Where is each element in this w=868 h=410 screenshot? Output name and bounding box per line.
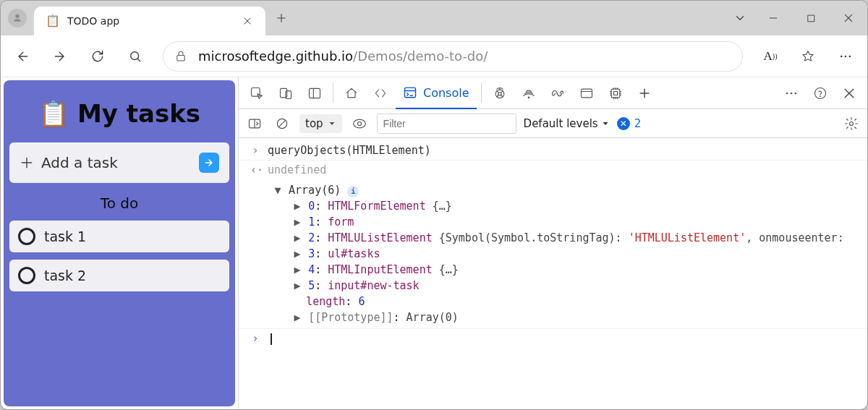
- svg-rect-16: [613, 91, 617, 95]
- task-checkbox[interactable]: [18, 267, 35, 284]
- add-task-placeholder: Add a task: [41, 154, 118, 171]
- tab-close-button[interactable]: [238, 12, 257, 30]
- nav-forward-button[interactable]: [46, 42, 75, 71]
- toggle-console-drawer-button[interactable]: [244, 116, 265, 131]
- devtools-close-button[interactable]: [835, 86, 863, 101]
- log-levels-selector[interactable]: Default levels: [524, 117, 610, 130]
- svg-point-20: [815, 87, 826, 98]
- profile-avatar[interactable]: [1, 1, 34, 35]
- console-filter-input[interactable]: [377, 114, 516, 134]
- clipboard-icon: 📋: [46, 15, 60, 27]
- app-viewport: 📋 My tasks Add a task To do task 1 task: [4, 80, 235, 406]
- tab-sources[interactable]: [486, 77, 514, 108]
- devtools-help-button[interactable]: [807, 86, 834, 101]
- browser-tab-active[interactable]: 📋 TODO app: [34, 7, 265, 35]
- chevron-down-icon: [601, 119, 610, 128]
- svg-rect-6: [252, 87, 260, 96]
- nav-reload-button[interactable]: [83, 42, 112, 71]
- nav-back-button[interactable]: [8, 42, 37, 71]
- device-toolbar-button[interactable]: [272, 77, 299, 108]
- task-label: task 2: [44, 268, 86, 283]
- svg-point-18: [791, 92, 793, 94]
- tab-overflow-button[interactable]: [726, 1, 754, 35]
- nav-search-button[interactable]: [121, 42, 150, 71]
- tab-application[interactable]: [573, 77, 600, 108]
- browser-menu-button[interactable]: [831, 42, 860, 71]
- svg-point-3: [841, 55, 843, 57]
- url-text: microsoftedge.github.io/Demos/demo-to-do…: [198, 48, 488, 64]
- window-maximize-button[interactable]: [792, 1, 830, 35]
- task-item[interactable]: task 2: [9, 260, 229, 291]
- issues-button[interactable]: ✕ 2: [617, 117, 642, 130]
- svg-rect-2: [177, 55, 185, 61]
- devtools-tabstrip: Console: [239, 77, 867, 109]
- svg-rect-9: [310, 88, 320, 98]
- issues-icon: ✕: [617, 117, 630, 130]
- plus-icon: [20, 155, 34, 170]
- console-object-tree[interactable]: ▼ Array(6) i ▶ 0: HTMLFormElement {…} ▶ …: [239, 179, 867, 328]
- clear-console-button[interactable]: [272, 116, 292, 131]
- cursor-caret: [271, 333, 272, 345]
- svg-point-4: [845, 55, 847, 57]
- console-output[interactable]: › queryObjects(HTMLElement) ‹· undefined…: [239, 138, 867, 409]
- tab-title: TODO app: [67, 15, 119, 27]
- svg-rect-0: [808, 15, 814, 22]
- dock-side-button[interactable]: [301, 77, 328, 108]
- console-prompt[interactable]: ›: [239, 328, 867, 348]
- svg-point-25: [850, 121, 854, 125]
- svg-point-17: [786, 92, 788, 94]
- svg-point-5: [849, 55, 851, 57]
- inspect-element-button[interactable]: [243, 77, 271, 108]
- new-tab-button[interactable]: [265, 1, 297, 35]
- browser-toolbar: microsoftedge.github.io/Demos/demo-to-do…: [1, 35, 867, 77]
- console-toolbar: top Default levels ✕ 2: [239, 109, 867, 138]
- live-expression-button[interactable]: [349, 116, 370, 131]
- clipboard-icon: 📋: [38, 99, 69, 128]
- tab-memory[interactable]: [602, 77, 629, 108]
- svg-point-24: [357, 121, 361, 125]
- tab-network[interactable]: [515, 77, 542, 108]
- console-icon: [403, 85, 417, 100]
- tab-welcome[interactable]: [338, 77, 365, 108]
- submit-task-button[interactable]: [199, 153, 219, 173]
- svg-point-13: [527, 96, 529, 98]
- add-task-control[interactable]: Add a task: [9, 142, 229, 183]
- task-list: task 1 task 2: [9, 221, 229, 291]
- window-minimize-button[interactable]: [754, 1, 792, 35]
- task-label: task 1: [44, 229, 86, 244]
- console-return-line: ‹· undefined: [239, 160, 867, 179]
- svg-point-19: [795, 92, 797, 94]
- info-icon[interactable]: i: [347, 186, 359, 197]
- chevron-down-icon: [328, 119, 336, 128]
- svg-point-21: [820, 95, 821, 97]
- svg-rect-14: [581, 89, 592, 98]
- todo-section-heading: To do: [9, 195, 229, 212]
- svg-rect-15: [611, 89, 620, 98]
- task-checkbox[interactable]: [18, 228, 35, 245]
- tab-console[interactable]: Console: [396, 77, 477, 109]
- address-bar[interactable]: microsoftedge.github.io/Demos/demo-to-do…: [163, 41, 743, 72]
- favorite-button[interactable]: [793, 42, 822, 71]
- more-tools-button[interactable]: [631, 77, 658, 108]
- devtools-menu-button[interactable]: [778, 86, 805, 101]
- devtools-pane: Console: [238, 77, 867, 409]
- console-input-line: › queryObjects(HTMLElement): [239, 141, 867, 160]
- tab-performance[interactable]: [544, 77, 571, 108]
- page-title: 📋 My tasks: [9, 99, 229, 128]
- console-settings-button[interactable]: [841, 116, 861, 131]
- site-info-button[interactable]: [174, 47, 188, 66]
- context-selector[interactable]: top: [299, 114, 342, 133]
- window-titlebar: 📋 TODO app: [1, 1, 867, 35]
- window-close-button[interactable]: [830, 1, 867, 35]
- read-aloud-button[interactable]: A)): [756, 42, 785, 71]
- task-item[interactable]: task 1: [9, 221, 229, 252]
- tab-elements[interactable]: [367, 77, 394, 108]
